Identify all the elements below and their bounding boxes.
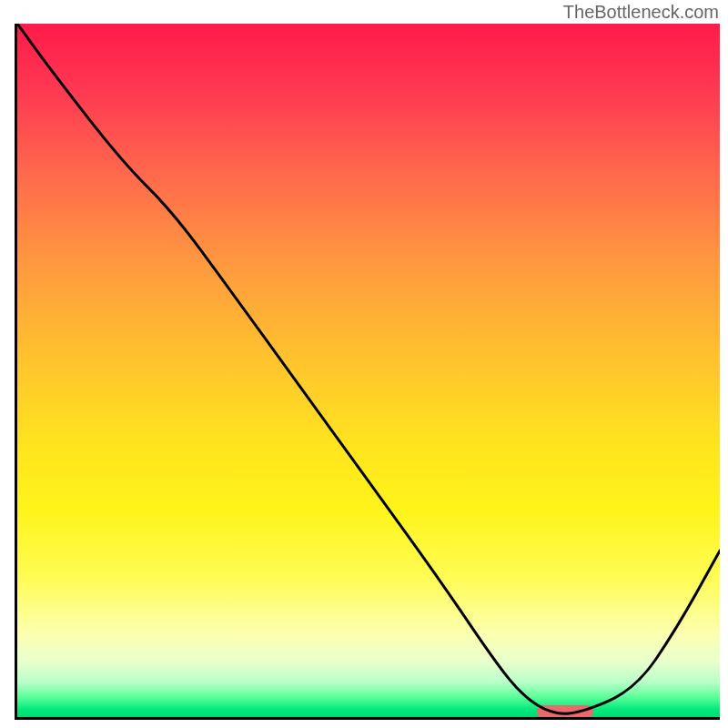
bottleneck-curve <box>17 24 720 717</box>
chart-container: TheBottleneck.com <box>0 0 728 728</box>
watermark-text: TheBottleneck.com <box>563 2 719 23</box>
plot-area <box>15 24 720 720</box>
